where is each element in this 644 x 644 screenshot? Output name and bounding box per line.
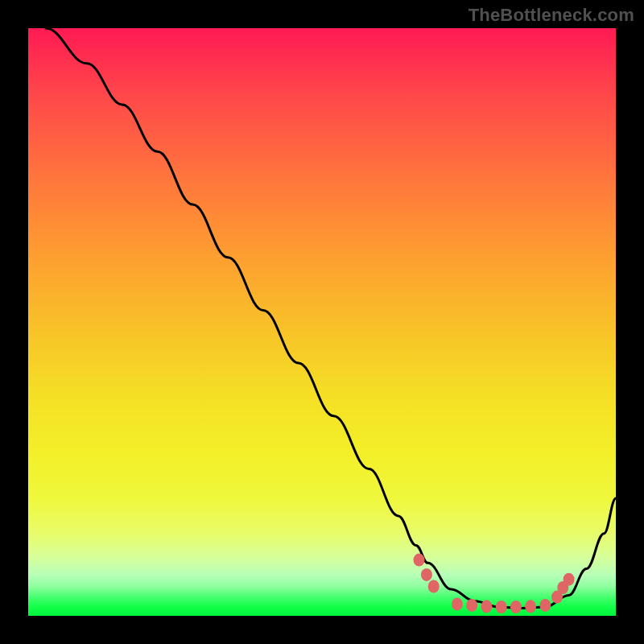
plot-gradient-background	[28, 28, 616, 616]
watermark: TheBottleneck.com	[469, 5, 634, 26]
chart-frame	[28, 28, 616, 616]
